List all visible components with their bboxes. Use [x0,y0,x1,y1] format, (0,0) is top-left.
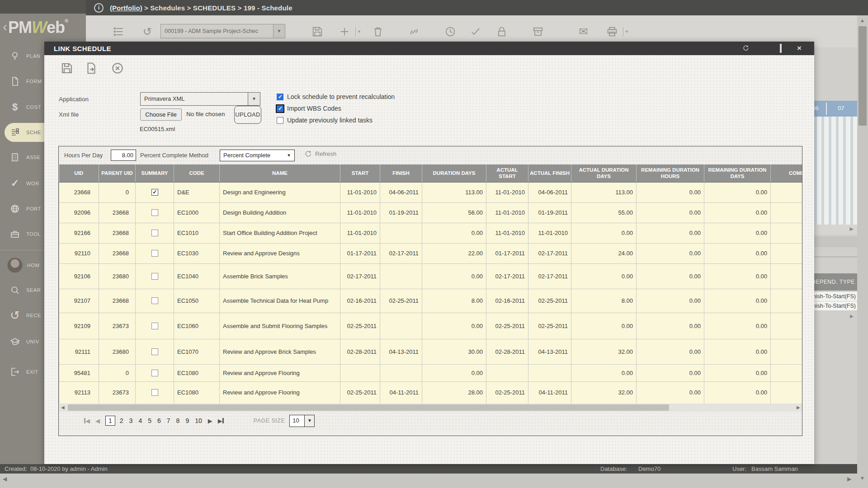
summary-checkbox[interactable] [151,273,158,280]
dialog-title: LINK SCHEDULE [44,45,111,52]
add-icon [338,25,351,38]
cell-complete: 100.00% [771,381,803,404]
application-dropdown[interactable]: Primavera XML ▼ [140,92,260,106]
next-page-button[interactable]: ▶ [208,418,212,424]
sidebar-item-exit[interactable]: EXIT [0,362,49,382]
column-header[interactable]: SUMMARY [136,164,174,182]
cell-start: 02-25-2011 [340,381,380,404]
export-page-icon[interactable] [85,61,98,75]
sidebar-item-hom[interactable]: HOM [0,255,49,275]
chevron-down-icon[interactable]: ▼ [304,415,314,427]
cell-code: EC1000 [174,202,220,223]
scrollbar-thumb[interactable] [68,404,669,411]
summary-checkbox[interactable] [151,370,158,376]
cell-summary [136,263,174,289]
page-number-6[interactable]: 6 [157,417,161,424]
checkbox-2[interactable] [277,117,283,124]
sidebar-item-form[interactable]: FORM [0,71,49,91]
sidebar-item-port[interactable]: PORT [0,199,49,219]
save-icon[interactable] [60,61,74,75]
hours-per-day-input[interactable] [111,150,136,161]
sidebar-item-label: PORT [26,206,41,211]
refresh-button[interactable]: Refresh [304,150,336,158]
cell-actual_finish: 04-11-2011 [528,381,571,404]
cell-code: EC1060 [174,313,220,339]
upload-button[interactable]: UPLOAD [234,106,261,124]
column-header[interactable]: ACTUAL START [486,164,528,182]
summary-checkbox[interactable] [151,230,158,236]
sidebar-item-rece[interactable]: ↺RECE [0,305,49,325]
summary-checkbox[interactable] [151,389,158,396]
summary-checkbox[interactable] [151,209,158,216]
page-number-2[interactable]: 2 [120,417,123,424]
cell-actual_duration_days: 0.00 [571,263,637,289]
sidebar-item-sear[interactable]: SEAR [0,280,49,300]
chevron-down-icon[interactable]: ▾ [283,150,294,161]
cell-remaining_duration_days: 0.00 [704,339,771,364]
checkbox-0[interactable] [277,94,283,100]
column-header[interactable]: REMAINING DURATION DAYS [704,164,771,182]
page-number-8[interactable]: 8 [176,417,180,424]
gantt-grid [814,117,857,225]
cell-actual_duration_days: 55.00 [571,202,637,223]
grid-horizontal-scrollbar[interactable]: ◀ ▶ [59,404,802,412]
page-number-3[interactable]: 3 [129,417,133,424]
table-row: 9210723668EC1050Assemble Technical Data … [59,289,803,313]
percent-complete-method-select[interactable]: Percent Complete ▾ [220,150,295,161]
column-header[interactable]: START [340,164,380,182]
clock-icon [444,25,457,38]
sidebar-item-cost[interactable]: $COST [0,97,49,117]
checkbox-1[interactable] [277,105,283,112]
column-header[interactable]: PARENT UID [99,164,136,182]
summary-checkbox[interactable] [151,348,158,355]
column-header[interactable]: FINISH [380,164,422,182]
arrow-right-icon[interactable]: ▶ [797,405,800,410]
cell-name: Design and Engineering [220,182,340,202]
page-number-5[interactable]: 5 [148,417,151,424]
refresh-icon[interactable] [742,45,749,52]
arrow-left-icon: ◀ [3,476,7,482]
recent-icon: ↺ [8,309,22,322]
maximize-icon[interactable] [780,45,782,52]
cancel-icon[interactable] [111,61,124,75]
prev-page-button[interactable]: ◀ [95,418,100,424]
first-page-button[interactable]: ◀ [84,418,90,424]
column-header[interactable]: UID [59,164,99,182]
column-header[interactable]: COMPLETE [771,164,803,182]
column-header[interactable]: DURATION DAYS [422,164,486,182]
last-page-button[interactable]: ▶ [218,418,224,424]
page-number-10[interactable]: 10 [195,417,202,424]
cell-actual_finish: 02-25-2011 [528,313,571,339]
choose-file-button[interactable]: Choose File [140,108,182,121]
link-schedule-dialog: LINK SCHEDULE × Application Primavera XM… [44,42,814,464]
cell-remaining_duration_days: 0.00 [704,364,771,381]
summary-checkbox[interactable] [151,189,158,196]
sidebar-item-sche[interactable]: SCHE [0,122,49,142]
sidebar-item-wor[interactable]: ✓WOR [0,174,49,193]
bulb-icon [8,49,22,63]
summary-checkbox[interactable] [151,323,158,329]
cell-complete: 100.00% [771,289,803,313]
column-header[interactable]: ACTUAL FINISH [528,164,571,182]
column-header[interactable]: NAME [220,164,340,182]
chevron-down-icon[interactable]: ▼ [248,93,260,105]
page-size-select[interactable]: 10 ▼ [289,415,315,427]
cell-actual_duration_days: 32.00 [571,339,637,364]
sidebar-item-univ[interactable]: UNIV [0,332,49,352]
sidebar-item-tool[interactable]: TOOL [0,224,49,244]
column-header[interactable]: CODE [174,164,220,182]
summary-checkbox[interactable] [151,250,158,257]
sidebar-item-asse[interactable]: ASSE [0,147,49,167]
cell-name: Start Office Building Addition Project [220,223,340,243]
arrow-left-icon[interactable]: ◀ [61,405,65,410]
page-number-7[interactable]: 7 [167,417,170,424]
page-number-4[interactable]: 4 [138,417,142,424]
cell-actual_finish: 02-25-2011 [528,289,571,313]
page-number-1[interactable]: 1 [105,416,115,426]
column-header[interactable]: REMAINING DURATION HOURS [637,164,704,182]
sidebar-item-plan[interactable]: PLAN [0,46,49,66]
page-number-9[interactable]: 9 [185,417,189,424]
close-icon[interactable]: × [797,45,802,52]
summary-checkbox[interactable] [151,297,158,304]
column-header[interactable]: ACTUAL DURATION DAYS [571,164,637,182]
